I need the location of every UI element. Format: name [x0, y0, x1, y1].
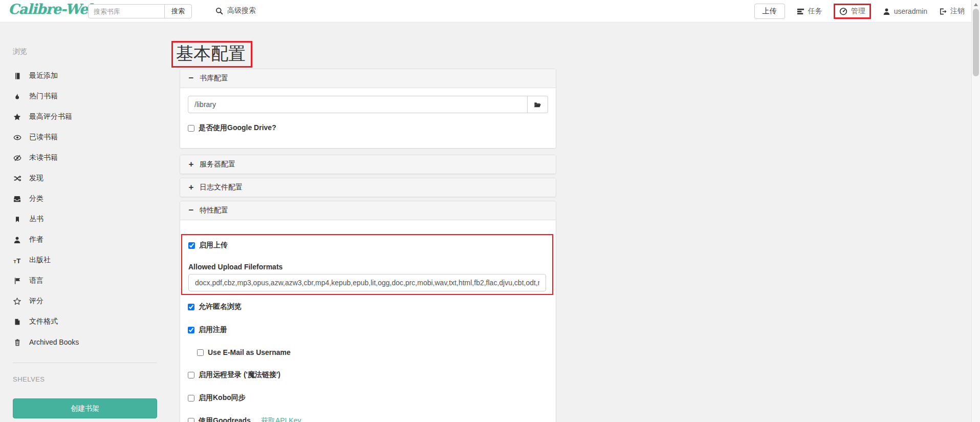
goodreads-api-key-link[interactable]: 获取API Key: [261, 416, 301, 422]
sidebar-item-languages[interactable]: 语言: [13, 270, 166, 291]
panel-library: − 书库配置 是否使用Google Drive?: [180, 69, 556, 149]
sidebar-item-hot[interactable]: 热门书籍: [13, 86, 166, 107]
panel-logfile-header[interactable]: + 日志文件配置: [180, 178, 556, 197]
page-title-highlight-box: 基本配置: [171, 41, 252, 68]
logout-icon: [939, 8, 947, 15]
window-scrollbar[interactable]: [971, 0, 980, 422]
anonymous-row: 允许匿名浏览: [188, 302, 548, 311]
admin-label: 管理: [851, 7, 865, 16]
bookmark-icon: [13, 216, 21, 223]
feature-options: 允许匿名浏览 启用注册 Use E-Mail as Username 启用远程登…: [188, 302, 548, 422]
sidebar-divider: [13, 363, 157, 363]
user-menu[interactable]: useradmin: [882, 7, 927, 15]
text-size-icon: T T: [13, 257, 21, 264]
search-button[interactable]: 搜索: [164, 4, 192, 18]
scrollbar-up-arrow-icon[interactable]: [974, 3, 978, 6]
enable-upload-label: 启用上传: [199, 241, 228, 250]
email-username-label: Use E-Mail as Username: [208, 348, 291, 356]
upload-highlight-box: 启用上传 Allowed Upload Fileformats: [181, 234, 553, 295]
plus-icon: +: [188, 160, 194, 169]
enable-upload-checkbox[interactable]: [188, 242, 195, 249]
sidebar-item-categories[interactable]: 分类: [13, 188, 166, 209]
search-icon: [215, 7, 224, 15]
trash-icon: [13, 339, 21, 346]
library-path-group: [188, 96, 548, 113]
panel-library-header[interactable]: − 书库配置: [180, 69, 556, 88]
navbar-right: 上传 任务 管理: [754, 0, 965, 23]
sidebar-item-read[interactable]: 已读书籍: [13, 127, 166, 147]
anonymous-label: 允许匿名浏览: [199, 302, 242, 311]
tasks-label: 任务: [808, 7, 822, 16]
inbox-icon: [13, 195, 21, 203]
panel-feature-header[interactable]: − 特性配置: [180, 201, 556, 220]
upload-button[interactable]: 上传: [754, 4, 785, 19]
eye-slash-icon: [13, 154, 21, 162]
folder-picker-button[interactable]: [528, 96, 548, 113]
tasks-icon: [796, 8, 805, 15]
flag-icon: [13, 277, 21, 285]
sidebar-item-discover[interactable]: 发现: [13, 168, 166, 188]
page-title: 基本配置: [176, 43, 246, 64]
sidebar: 浏览 最近添加 热门书籍 最高评分书籍: [0, 23, 166, 418]
gdrive-checkbox-row: 是否使用Google Drive?: [188, 123, 548, 133]
admin-link[interactable]: 管理: [839, 7, 865, 16]
sidebar-item-unread[interactable]: 未读书籍: [13, 147, 166, 168]
folder-open-icon: [533, 101, 542, 109]
registration-row: 启用注册: [188, 325, 548, 334]
gdrive-checkbox[interactable]: [188, 125, 194, 132]
registration-checkbox[interactable]: [188, 327, 194, 333]
kobo-sync-checkbox[interactable]: [188, 395, 194, 402]
dashboard-icon: [839, 7, 848, 15]
app-logo[interactable]: Calibre-Web: [8, 1, 97, 17]
kobo-sync-label: 启用Kobo同步: [199, 393, 246, 403]
navbar: Calibre-Web 搜索 高级搜索 上传 任务: [0, 0, 980, 23]
sidebar-item-authors[interactable]: 作者: [13, 229, 166, 250]
remote-login-checkbox[interactable]: [188, 372, 194, 378]
admin-highlight-box: 管理: [834, 4, 871, 19]
kobo-sync-row: 启用Kobo同步: [188, 393, 548, 403]
search-form: 搜索: [88, 4, 192, 18]
panel-library-title: 书库配置: [200, 74, 228, 83]
search-input[interactable]: [88, 4, 165, 18]
user-icon: [13, 236, 21, 244]
remote-login-label: 启用远程登录 ('魔法链接'): [199, 370, 280, 379]
goodreads-checkbox[interactable]: [188, 418, 194, 422]
goodreads-row: 使用Goodreads 获取API Key: [188, 416, 548, 422]
random-icon: [13, 175, 21, 182]
panel-feature: − 特性配置 启用上传 Allowed Upload Fileformats 允…: [180, 201, 556, 422]
file-icon: [13, 318, 21, 326]
anonymous-checkbox[interactable]: [188, 304, 194, 310]
panel-library-body: 是否使用Google Drive?: [180, 88, 556, 148]
logout-link[interactable]: 注销: [939, 7, 965, 16]
main-content: 基本配置 − 书库配置 是否使用Goog: [180, 23, 556, 422]
browse-section-header: 浏览: [13, 47, 166, 56]
sidebar-item-archived[interactable]: Archived Books: [13, 332, 166, 352]
username-label: useradmin: [894, 7, 927, 15]
panel-feature-title: 特性配置: [200, 206, 228, 215]
panel-logfile: + 日志文件配置: [180, 178, 556, 197]
sidebar-item-publishers[interactable]: T T 出版社: [13, 250, 166, 270]
fire-icon: [13, 93, 21, 100]
gdrive-label: 是否使用Google Drive?: [199, 123, 276, 133]
sidebar-item-recent[interactable]: 最近添加: [13, 66, 166, 86]
sidebar-item-ratings[interactable]: 评分: [13, 291, 166, 311]
email-username-checkbox[interactable]: [197, 349, 204, 356]
sidebar-item-series[interactable]: 丛书: [13, 209, 166, 229]
panel-server-title: 服务器配置: [200, 160, 235, 169]
logout-label: 注销: [950, 7, 965, 16]
advanced-search-link[interactable]: 高级搜索: [215, 6, 256, 15]
library-path-input[interactable]: [188, 96, 528, 113]
sidebar-item-formats[interactable]: 文件格式: [13, 311, 166, 332]
panel-server-header[interactable]: + 服务器配置: [180, 155, 556, 174]
tasks-link[interactable]: 任务: [796, 7, 822, 16]
remote-login-row: 启用远程登录 ('魔法链接'): [188, 370, 548, 379]
fileformats-input[interactable]: [188, 274, 546, 291]
sidebar-nav-list: 最近添加 热门书籍 最高评分书籍 已读书籍: [13, 66, 166, 352]
plus-icon: +: [188, 183, 194, 192]
minus-icon: −: [188, 206, 194, 215]
scrollbar-thumb[interactable]: [973, 9, 979, 76]
shelves-section-header: SHELVES: [13, 375, 166, 383]
sidebar-item-top-rated[interactable]: 最高评分书籍: [13, 107, 166, 127]
star-empty-icon: [13, 298, 21, 305]
create-shelf-button[interactable]: 创建书架: [13, 398, 157, 418]
